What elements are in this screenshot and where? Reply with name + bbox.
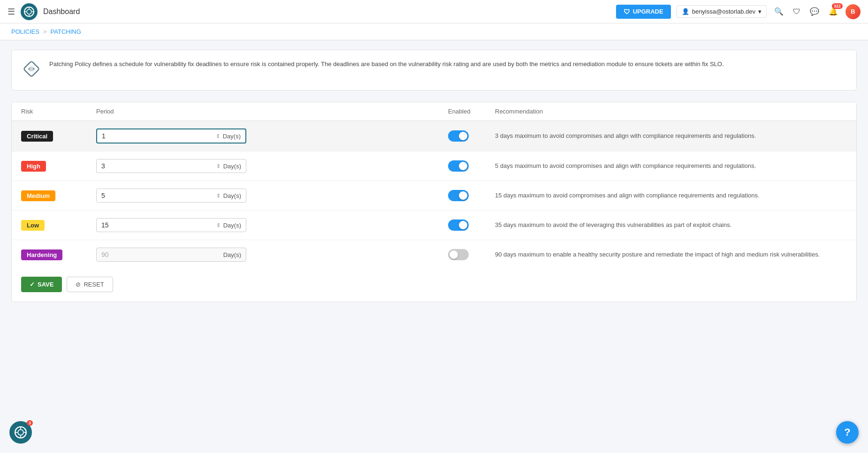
message-button[interactable]: 💬 xyxy=(808,5,821,18)
period-input-3[interactable]: ⇕ Day(s) xyxy=(96,218,246,232)
toggle-knob-1 xyxy=(459,162,467,170)
toggle-knob-4 xyxy=(449,250,458,259)
recommendation-3: 35 days maximum to avoid the of leveragi… xyxy=(495,220,847,230)
toggle-2[interactable] xyxy=(448,190,469,201)
period-unit-1: Day(s) xyxy=(223,163,241,170)
shield-button[interactable]: 🛡 xyxy=(791,6,802,18)
period-input-1[interactable]: ⇕ Day(s) xyxy=(96,159,246,173)
notification-badge: 322 xyxy=(832,3,843,9)
nav-right: 🛡 UPGRADE 👤 benyissa@ostorlab.dev ▾ 🔍 🛡 … xyxy=(616,4,860,19)
patch-icon xyxy=(23,60,40,81)
toggle-knob-2 xyxy=(459,191,467,200)
col-recommendation: Recommendation xyxy=(495,108,847,115)
breadcrumb: POLICIES > PATCHING xyxy=(0,23,868,40)
logo xyxy=(21,3,38,20)
recommendation-0: 3 days maximum to avoid compromises and … xyxy=(495,131,847,141)
spin-arrows-2[interactable]: ⇕ xyxy=(216,193,221,199)
topnav: ☰ Dashboard 🛡 UPGRADE 👤 benyissa@ostorla… xyxy=(0,0,868,23)
recommendation-2: 15 days maximum to avoid compromises and… xyxy=(495,191,847,200)
spin-arrows-1[interactable]: ⇕ xyxy=(216,163,221,169)
toggle-3[interactable] xyxy=(448,219,469,231)
avatar: B xyxy=(845,4,860,19)
risk-cell-3: Low xyxy=(21,220,96,231)
period-unit-0: Day(s) xyxy=(223,133,241,140)
period-cell-1: ⇕ Day(s) xyxy=(96,159,448,173)
toggle-0[interactable] xyxy=(448,130,469,142)
shield-icon: 🛡 xyxy=(624,8,630,15)
spin-arrows-0[interactable]: ⇕ xyxy=(216,133,220,139)
col-enabled: Enabled xyxy=(448,108,495,115)
period-number-3[interactable] xyxy=(101,221,213,229)
toggle-knob-3 xyxy=(459,221,467,229)
toggle-cell-1 xyxy=(448,160,495,172)
info-description: Patching Policy defines a schedule for v… xyxy=(49,60,724,69)
table-row: Critical ⇕ Day(s) 3 days maximum to avoi… xyxy=(12,121,856,151)
nav-title: Dashboard xyxy=(43,8,80,16)
toggle-1[interactable] xyxy=(448,160,469,172)
risk-badge-3: Low xyxy=(21,220,45,231)
breadcrumb-separator: > xyxy=(43,28,47,35)
period-cell-2: ⇕ Day(s) xyxy=(96,189,448,203)
risk-cell-2: Medium xyxy=(21,190,96,201)
period-unit-2: Day(s) xyxy=(223,192,241,199)
recommendation-1: 5 days maximum to avoid compromises and … xyxy=(495,161,847,171)
search-icon: 🔍 xyxy=(774,8,784,15)
table-rows: Critical ⇕ Day(s) 3 days maximum to avoi… xyxy=(12,121,856,269)
user-email: benyissa@ostorlab.dev xyxy=(692,8,755,15)
chevron-down-icon: ▾ xyxy=(758,8,761,15)
check-icon: ✓ xyxy=(30,281,35,288)
breadcrumb-patching: PATCHING xyxy=(51,28,81,35)
risk-badge-1: High xyxy=(21,161,46,172)
col-risk: Risk xyxy=(21,108,96,115)
upgrade-button[interactable]: 🛡 UPGRADE xyxy=(616,5,671,19)
toggle-slider-0 xyxy=(448,130,469,142)
period-unit-3: Day(s) xyxy=(223,222,241,229)
action-buttons: ✓ SAVE ⊘ RESET xyxy=(12,269,856,302)
risk-badge-2: Medium xyxy=(21,190,55,201)
shield-nav-icon: 🛡 xyxy=(793,8,800,15)
period-number-1[interactable] xyxy=(101,162,213,170)
recommendation-4: 90 days maximum to enable a healthy secu… xyxy=(495,250,847,259)
toggle-cell-0 xyxy=(448,130,495,142)
risk-badge-0: Critical xyxy=(21,131,53,142)
user-icon: 👤 xyxy=(682,8,689,15)
reset-button[interactable]: ⊘ RESET xyxy=(67,277,113,292)
period-number-2[interactable] xyxy=(101,192,213,199)
toggle-cell-4 xyxy=(448,249,495,260)
toggle-4[interactable] xyxy=(448,249,469,260)
toggle-cell-3 xyxy=(448,219,495,231)
spin-arrows-3[interactable]: ⇕ xyxy=(216,222,221,228)
period-number-0[interactable] xyxy=(102,132,213,140)
risk-cell-4: Hardening xyxy=(21,249,96,260)
period-input-2[interactable]: ⇕ Day(s) xyxy=(96,189,246,203)
period-cell-0: ⇕ Day(s) xyxy=(96,128,448,143)
table-row: Hardening Day(s) 90 days maximum to enab… xyxy=(12,240,856,269)
table-header: Risk Period Enabled Recommendation xyxy=(12,102,856,121)
svg-point-1 xyxy=(27,9,31,14)
table-row: High ⇕ Day(s) 5 days maximum to avoid co… xyxy=(12,151,856,181)
toggle-slider-3 xyxy=(448,219,469,231)
toggle-slider-1 xyxy=(448,160,469,172)
toggle-cell-2 xyxy=(448,190,495,201)
period-cell-4: Day(s) xyxy=(96,248,448,262)
period-input-4[interactable]: Day(s) xyxy=(96,248,246,262)
nav-left: ☰ Dashboard xyxy=(8,3,80,20)
menu-icon[interactable]: ☰ xyxy=(8,7,15,17)
table-row: Low ⇕ Day(s) 35 days maximum to avoid th… xyxy=(12,211,856,240)
toggle-slider-2 xyxy=(448,190,469,201)
toggle-slider-4 xyxy=(448,249,469,260)
notification-button[interactable]: 🔔 322 xyxy=(827,5,840,18)
table-row: Medium ⇕ Day(s) 15 days maximum to avoid… xyxy=(12,181,856,211)
search-button[interactable]: 🔍 xyxy=(772,5,785,18)
breadcrumb-policies[interactable]: POLICIES xyxy=(11,28,39,35)
info-box: Patching Policy defines a schedule for v… xyxy=(11,50,857,91)
period-number-4 xyxy=(101,251,213,258)
risk-cell-1: High xyxy=(21,161,96,172)
col-period: Period xyxy=(96,108,448,115)
user-menu[interactable]: 👤 benyissa@ostorlab.dev ▾ xyxy=(677,5,767,18)
policy-table: Risk Period Enabled Recommendation Criti… xyxy=(11,102,857,302)
toggle-knob-0 xyxy=(459,132,467,140)
period-input-0[interactable]: ⇕ Day(s) xyxy=(96,128,246,143)
reset-icon: ⊘ xyxy=(76,281,81,288)
save-button[interactable]: ✓ SAVE xyxy=(21,277,62,292)
